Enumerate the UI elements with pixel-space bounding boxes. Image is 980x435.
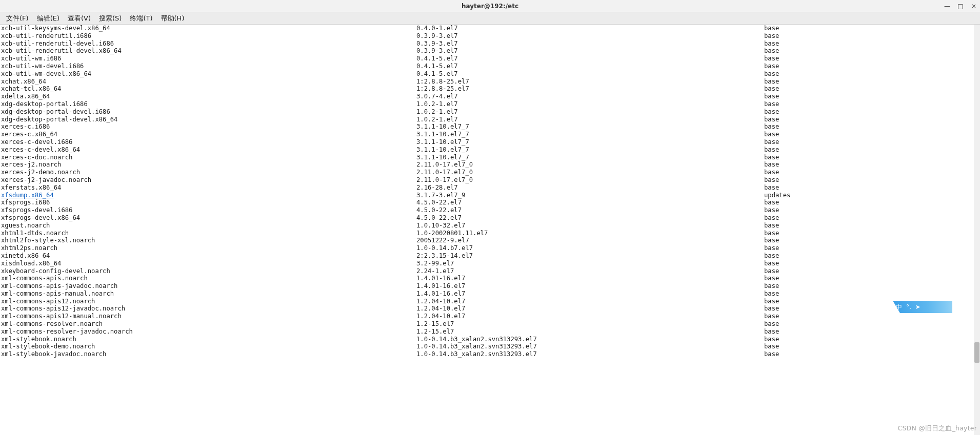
package-row: xfsdump.x86_643.1.7-3.el7_9updates	[1, 192, 979, 199]
package-version: 3.1.1-10.el7_7	[416, 146, 764, 154]
package-version: 0.3.9-3.el7	[416, 32, 764, 40]
menu-terminal[interactable]: 终端(T)	[126, 13, 156, 24]
package-name: xml-commons-resolver-javadoc.noarch	[1, 328, 416, 336]
scrollbar-thumb[interactable]	[974, 342, 979, 363]
package-repo: base	[764, 184, 979, 192]
package-version: 0.4.1-5.el7	[416, 70, 764, 78]
package-version: 0.4.0-1.el7	[416, 25, 764, 32]
package-version: 1:2.8.8-25.el7	[416, 85, 764, 93]
package-name: xerces-c.i686	[1, 123, 416, 131]
package-repo: base	[764, 275, 979, 282]
package-name: xerces-c-doc.noarch	[1, 154, 416, 161]
package-version: 1.0.2-1.el7	[416, 116, 764, 123]
package-name: xcb-util-renderutil.i686	[1, 32, 416, 40]
package-name: xml-stylebook-javadoc.noarch	[1, 350, 416, 358]
package-repo: updates	[764, 192, 979, 199]
package-version: 0.4.1-5.el7	[416, 63, 764, 70]
package-repo: base	[764, 320, 979, 328]
maximize-button[interactable]: □	[956, 3, 965, 10]
menu-help[interactable]: 帮助(H)	[157, 13, 189, 24]
terminal-output[interactable]: xcb-util-keysyms-devel.x86_640.4.0-1.el7…	[0, 25, 980, 435]
package-row: xcb-util-wm-devel.x86_640.4.1-5.el7base	[1, 70, 979, 78]
package-row: xcb-util-keysyms-devel.x86_640.4.0-1.el7…	[1, 25, 979, 32]
package-name: xfsprogs.i686	[1, 199, 416, 206]
window-titlebar: hayter@192:/etc — □ ×	[0, 0, 980, 12]
package-version: 1.0.10-32.el7	[416, 222, 764, 230]
package-name: xml-commons-apis12-javadoc.noarch	[1, 305, 416, 313]
package-row: xml-commons-apis-manual.noarch1.4.01-16.…	[1, 290, 979, 298]
package-repo: base	[764, 222, 979, 230]
package-name: xhtml2fo-style-xsl.noarch	[1, 237, 416, 244]
package-repo: base	[764, 230, 979, 237]
package-repo: base	[764, 267, 979, 275]
package-version: 2.24-1.el7	[416, 267, 764, 275]
vertical-scrollbar[interactable]	[974, 25, 980, 435]
package-name: xcb-util-renderutil-devel.i686	[1, 40, 416, 48]
package-repo: base	[764, 214, 979, 222]
package-version: 4.5.0-22.el7	[416, 214, 764, 222]
package-version: 1.0-20020801.11.el7	[416, 230, 764, 237]
menu-view[interactable]: 查看(V)	[64, 13, 95, 24]
package-name: xcb-util-wm-devel.i686	[1, 63, 416, 70]
package-repo: base	[764, 237, 979, 244]
package-version: 1.4.01-16.el7	[416, 275, 764, 282]
package-name: xchat.x86_64	[1, 78, 416, 86]
package-name: xml-commons-apis-javadoc.noarch	[1, 282, 416, 290]
ime-send-icon: ➤	[915, 303, 921, 310]
package-repo: base	[764, 336, 979, 343]
package-row: xisdnload.x86_643.2-99.el7base	[1, 260, 979, 267]
package-name: xcb-util-wm.i686	[1, 55, 416, 63]
package-repo: base	[764, 55, 979, 63]
csdn-watermark: CSDN @旧日之血_hayter	[898, 424, 977, 433]
package-version: 1.4.01-16.el7	[416, 290, 764, 298]
package-repo: base	[764, 63, 979, 70]
package-row: xml-commons-apis12-javadoc.noarch1.2.04-…	[1, 305, 979, 313]
package-row: xerces-j2-javadoc.noarch2.11.0-17.el7_0b…	[1, 176, 979, 184]
package-name: xferstats.x86_64	[1, 184, 416, 192]
package-name: xerces-j2.noarch	[1, 161, 416, 169]
package-repo: base	[764, 47, 979, 55]
package-repo: base	[764, 343, 979, 350]
package-row: xml-commons-apis12.noarch1.2.04-10.el7ba…	[1, 298, 979, 305]
package-version: 4.5.0-22.el7	[416, 206, 764, 214]
package-row: xchat-tcl.x86_641:2.8.8-25.el7base	[1, 85, 979, 93]
package-version: 2.11.0-17.el7_0	[416, 176, 764, 184]
package-version: 3.1.1-10.el7_7	[416, 123, 764, 131]
package-version: 1:2.8.8-25.el7	[416, 78, 764, 86]
ime-status-panel[interactable]: 中 °, ➤	[893, 301, 952, 313]
minimize-button[interactable]: —	[943, 3, 951, 10]
package-name: xkeyboard-config-devel.noarch	[1, 267, 416, 275]
package-version: 0.4.1-5.el7	[416, 55, 764, 63]
package-repo: base	[764, 169, 979, 176]
package-name: xcb-util-wm-devel.x86_64	[1, 70, 416, 78]
package-repo: base	[764, 100, 979, 108]
menu-file[interactable]: 文件(F)	[2, 13, 33, 24]
package-row: xinetd.x86_642:2.3.15-14.el7base	[1, 252, 979, 260]
package-row: xdelta.x86_643.0.7-4.el7base	[1, 93, 979, 100]
package-version: 3.0.7-4.el7	[416, 93, 764, 100]
package-repo: base	[764, 93, 979, 100]
window-title: hayter@192:/etc	[462, 3, 518, 10]
package-repo: base	[764, 138, 979, 146]
package-row: xguest.noarch1.0.10-32.el7base	[1, 222, 979, 230]
package-row: xml-commons-apis-javadoc.noarch1.4.01-16…	[1, 282, 979, 290]
package-row: xerces-c-devel.i6863.1.1-10.el7_7base	[1, 138, 979, 146]
package-row: xhtml1-dtds.noarch1.0-20020801.11.el7bas…	[1, 230, 979, 237]
package-row: xdg-desktop-portal.i6861.0.2-1.el7base	[1, 100, 979, 108]
package-name: xcb-util-renderutil-devel.x86_64	[1, 47, 416, 55]
menu-search[interactable]: 搜索(S)	[95, 13, 126, 24]
package-repo: base	[764, 25, 979, 32]
package-name: xml-stylebook.noarch	[1, 336, 416, 343]
package-row: xfsprogs.i6864.5.0-22.el7base	[1, 199, 979, 206]
package-name: xdelta.x86_64	[1, 93, 416, 100]
package-name: xhtml1-dtds.noarch	[1, 230, 416, 237]
close-button[interactable]: ×	[970, 3, 978, 10]
package-row: xml-commons-apis12-manual.noarch1.2.04-1…	[1, 313, 979, 320]
menu-edit[interactable]: 编辑(E)	[33, 13, 64, 24]
package-repo: base	[764, 260, 979, 267]
package-name: xguest.noarch	[1, 222, 416, 230]
package-row: xcb-util-renderutil-devel.x86_640.3.9-3.…	[1, 47, 979, 55]
package-name: xcb-util-keysyms-devel.x86_64	[1, 25, 416, 32]
package-row: xml-stylebook-javadoc.noarch1.0-0.14.b3_…	[1, 350, 979, 358]
package-version: 1.0-0.14.b3_xalan2.svn313293.el7	[416, 336, 764, 343]
